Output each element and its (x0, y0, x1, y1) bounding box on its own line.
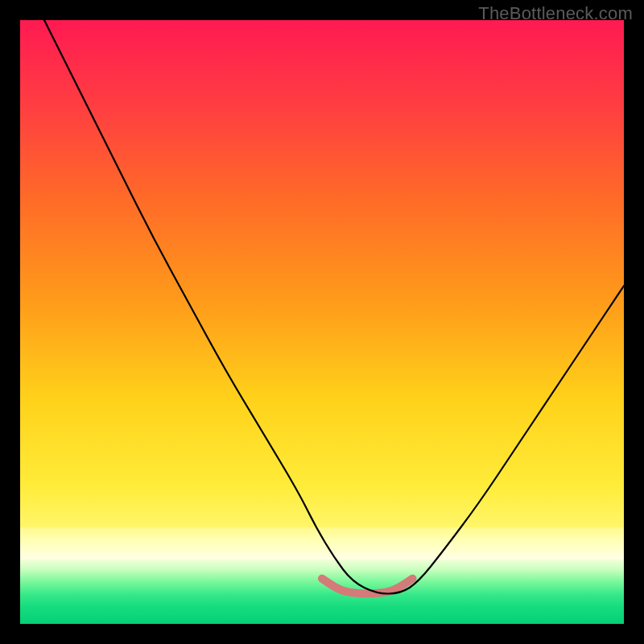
bottleneck-curve-path (44, 20, 624, 594)
chart-frame: TheBottleneck.com (0, 0, 644, 644)
watermark-text: TheBottleneck.com (478, 3, 633, 24)
plot-area (20, 20, 624, 624)
curve-layer (20, 20, 624, 624)
trough-highlight-path (322, 579, 413, 594)
